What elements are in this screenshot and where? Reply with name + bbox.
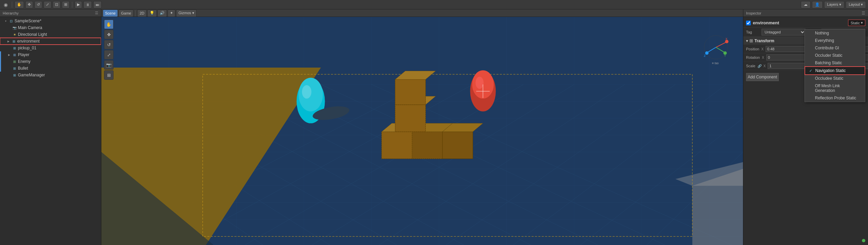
move-tool[interactable]: ✥ xyxy=(104,30,114,39)
svg-rect-45 xyxy=(382,132,412,159)
hierarchy-header: Hierarchy ☰ xyxy=(0,9,101,17)
svg-rect-47 xyxy=(412,132,443,159)
add-component-button[interactable]: Add Component xyxy=(746,73,779,81)
transform-universal-tool[interactable]: ⊞ xyxy=(62,1,70,8)
scene-2d-btn[interactable]: 2D xyxy=(137,9,147,17)
occludee-static-label: Occludee Static xyxy=(815,76,843,81)
static-button[interactable]: Static ▾ xyxy=(848,20,865,26)
hierarchy-item-gamemanager[interactable]: ⊞ GameManager xyxy=(0,72,101,78)
player-label: Player xyxy=(18,52,29,57)
reflection-probe-label: Reflection Probe Static xyxy=(815,96,856,100)
dropdown-item-occludee-static[interactable]: Occludee Static xyxy=(805,75,865,82)
tag-select[interactable]: Untagged xyxy=(762,29,805,35)
scale-tool[interactable]: ⤢ xyxy=(104,50,114,59)
scene-gizmos-btn[interactable]: Gizmos ▾ xyxy=(176,9,196,17)
transform-rect-tool[interactable]: ⊡ xyxy=(53,1,60,8)
scene-audio-btn[interactable]: 🔊 xyxy=(157,9,167,17)
dropdown-item-batching-static[interactable]: Batching Static xyxy=(805,59,865,67)
object-active-checkbox[interactable] xyxy=(746,21,751,25)
svg-rect-57 xyxy=(442,132,473,159)
inspector-menu[interactable]: ☰ xyxy=(862,11,865,16)
layout-button[interactable]: Layout ▾ xyxy=(846,1,866,8)
scene-fx-btn[interactable]: ✦ xyxy=(168,9,175,17)
pickup01-label: pickup_01 xyxy=(18,46,36,50)
dropdown-item-contribute-gi[interactable]: Contribute GI xyxy=(805,44,865,52)
scale-x-axis: X xyxy=(764,64,766,68)
separator-1 xyxy=(12,2,12,8)
hierarchy-scene[interactable]: ▾ ⊡ SampleScene* xyxy=(0,18,101,24)
position-label: Position xyxy=(746,47,759,51)
dropdown-item-everything[interactable]: Everything xyxy=(805,37,865,44)
scale-label: Scale xyxy=(746,64,755,68)
svg-text:Z: Z xyxy=(704,54,706,57)
step-button[interactable]: ⏭ xyxy=(93,1,102,8)
camera-tool[interactable]: 📷 xyxy=(104,60,114,70)
dropdown-item-navigation-static[interactable]: ✓ Navigation Static xyxy=(805,67,865,75)
transform-rotate-tool[interactable]: ↺ xyxy=(34,1,42,8)
transform-hand-tool[interactable]: ✋ xyxy=(15,1,24,8)
hierarchy-item-directional-light[interactable]: ☀ Directional Light xyxy=(0,31,101,38)
directional-light-label: Directional Light xyxy=(18,32,47,37)
hierarchy-item-bullet[interactable]: ⊞ Bullet xyxy=(0,65,101,72)
scene-tab[interactable]: Scene xyxy=(103,9,118,17)
camera-expand xyxy=(7,26,11,30)
scene-tools: ✋ ✥ ↺ ⤢ 📷 ⊞ xyxy=(104,20,114,80)
layers-button[interactable]: Layers ▾ xyxy=(824,1,844,8)
hierarchy-menu-icon[interactable]: ☰ xyxy=(95,11,98,15)
pause-button[interactable]: ⏸ xyxy=(83,1,92,8)
dropdown-item-reflection-probe[interactable]: Reflection Probe Static xyxy=(805,94,865,102)
svg-point-61 xyxy=(475,77,483,89)
transform-scale-tool[interactable]: ⤢ xyxy=(44,1,51,8)
svg-point-66 xyxy=(302,85,312,99)
static-label: Static xyxy=(850,21,860,25)
rotation-label: Rotation xyxy=(746,55,760,59)
environment-icon: ⊞ xyxy=(11,39,16,44)
status-green-dot xyxy=(862,239,865,242)
separator-2 xyxy=(72,2,72,8)
gm-icon: ⊞ xyxy=(12,73,17,77)
object-header: environment Static ▾ Nothing xyxy=(743,18,868,28)
hierarchy-item-pickup01[interactable]: ⊞ pickup_01 xyxy=(0,45,101,51)
nothing-label: Nothing xyxy=(815,31,829,35)
camera-icon: 📷 xyxy=(12,25,17,30)
pickup-icon: ⊞ xyxy=(12,46,17,50)
occluder-static-label: Occluder Static xyxy=(815,53,842,58)
hand-tool[interactable]: ✋ xyxy=(104,20,114,29)
light-expand xyxy=(7,32,11,36)
dropdown-item-nothing[interactable]: Nothing xyxy=(805,29,865,37)
dropdown-item-occluder-static[interactable]: Occluder Static xyxy=(805,52,865,59)
scene-view[interactable]: X Y Z ≡ Iso ✋ ✥ ↺ ⤢ xyxy=(101,17,743,245)
hierarchy-item-environment[interactable]: ▶ ⊞ environment xyxy=(0,38,101,45)
play-button[interactable]: ▶ xyxy=(75,1,82,8)
transform-move-tool[interactable]: ✥ xyxy=(25,1,33,8)
scene-toolbar: Scene Game 2D 💡 🔊 ✦ Gizmos ▾ xyxy=(101,9,743,17)
game-tab[interactable]: Game xyxy=(119,9,133,17)
account-button[interactable]: 👤 xyxy=(812,1,823,8)
svg-text:Y: Y xyxy=(724,54,726,57)
top-toolbar: ◉ ✋ ✥ ↺ ⤢ ⊡ ⊞ ▶ ⏸ ⏭ ☁ 👤 Layers ▾ Layout … xyxy=(0,0,868,9)
dropdown-item-off-mesh-link[interactable]: Off Mesh Link Generation xyxy=(805,82,865,94)
inspector-panel: Inspector ☰ environment Static ▾ xyxy=(743,9,868,245)
grid-tool[interactable]: ⊞ xyxy=(104,70,114,80)
hierarchy-item-main-camera[interactable]: 📷 Main Camera xyxy=(0,24,101,31)
svg-text:≡ Iso: ≡ Iso xyxy=(712,62,719,65)
rotate-tool[interactable]: ↺ xyxy=(104,40,114,49)
environment-label: environment xyxy=(17,39,40,44)
env-expand: ▶ xyxy=(6,39,10,43)
gm-expand xyxy=(7,73,11,77)
scene-lighting-btn[interactable]: 💡 xyxy=(147,9,157,17)
transform-title: Transform xyxy=(754,39,774,43)
inspector-title: Inspector xyxy=(746,11,761,15)
inspector-content: environment Static ▾ Nothing xyxy=(743,17,868,245)
off-mesh-link-label: Off Mesh Link Generation xyxy=(815,83,861,93)
scale-lock-icon: 🔗 xyxy=(758,64,762,68)
cloud-button[interactable]: ☁ xyxy=(801,1,811,8)
everything-label: Everything xyxy=(815,38,834,43)
hierarchy-item-player[interactable]: ▶ ⊞ Player xyxy=(0,51,101,58)
enemy-expand xyxy=(7,59,11,64)
scene-label: SampleScene* xyxy=(15,19,41,23)
hierarchy-item-enemy[interactable]: ⊞ Enemy xyxy=(0,58,101,65)
svg-text:X: X xyxy=(725,37,727,41)
player-expand: ▶ xyxy=(7,53,11,57)
transform-expand-icon: ▾ xyxy=(746,39,748,43)
